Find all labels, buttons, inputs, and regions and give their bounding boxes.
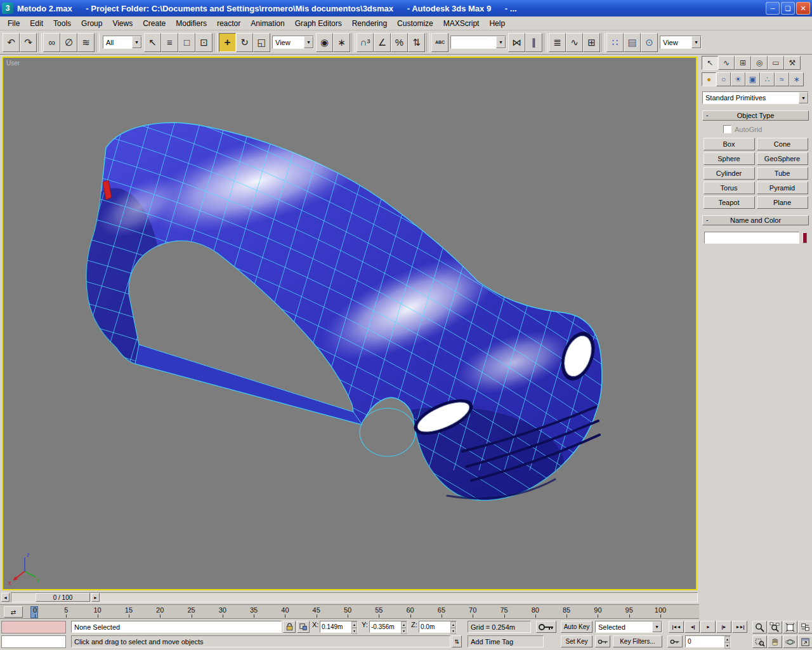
button-cone[interactable]: Cone (757, 138, 808, 150)
bind-to-space-warp-icon[interactable]: ≋ (77, 33, 95, 52)
key-mode-toggle-button[interactable] (667, 635, 683, 647)
selection-status-field[interactable]: None Selected (71, 621, 282, 633)
maxscript-mini-listener[interactable] (1, 635, 66, 648)
button-torus[interactable]: Torus (704, 182, 755, 194)
zoom-extents-all-icon[interactable] (798, 621, 812, 633)
time-slider-right-arrow[interactable]: ► (91, 593, 100, 602)
menu-tools[interactable]: Tools (48, 18, 76, 29)
redo-icon[interactable]: ↷ (20, 33, 37, 52)
category-systems[interactable]: ∗ (789, 72, 804, 86)
align-icon[interactable]: ∥ (525, 33, 542, 52)
chevron-down-icon[interactable]: ▼ (304, 36, 313, 48)
tab-create[interactable]: ↖ (702, 56, 718, 70)
time-slider-handle[interactable]: 0 / 100 (36, 593, 90, 602)
reference-coordinate-dropdown[interactable]: View▼ (272, 36, 314, 49)
category-shapes[interactable]: ○ (716, 72, 731, 86)
prompt-pan-icon[interactable]: ⇅ (452, 635, 462, 647)
select-and-move-icon[interactable]: + (219, 33, 236, 52)
next-frame-button[interactable]: |► (716, 621, 731, 633)
z-coordinate-field[interactable]: ▲▼ (419, 621, 457, 633)
close-button[interactable]: ✕ (796, 2, 810, 15)
autogrid-checkbox[interactable] (723, 125, 731, 133)
viewport-user[interactable]: User (2, 56, 697, 590)
spinner-snap-icon[interactable]: ⇅ (408, 33, 425, 52)
y-coordinate-input[interactable] (370, 621, 401, 632)
menu-create[interactable]: Create (138, 18, 171, 29)
set-key-filters-icon[interactable] (595, 635, 610, 647)
chevron-down-icon[interactable]: ▼ (652, 621, 662, 632)
select-by-name-icon[interactable]: ≡ (161, 33, 178, 52)
schematic-view-icon[interactable]: ⊞ (583, 33, 600, 52)
button-tube[interactable]: Tube (757, 167, 808, 180)
minimize-button[interactable]: ─ (766, 2, 780, 15)
zoom-region-icon[interactable] (752, 635, 767, 648)
button-teapot[interactable]: Teapot (704, 196, 755, 209)
maximize-button[interactable]: ❏ (781, 2, 795, 15)
menu-graph-editors[interactable]: Graph Editors (290, 18, 347, 29)
menu-reactor[interactable]: reactor (212, 18, 246, 29)
zoom-icon[interactable] (752, 621, 767, 633)
snap-toggle-icon[interactable]: ∩³ (357, 33, 374, 52)
tab-utilities[interactable]: ⚒ (784, 56, 801, 70)
quick-render-icon[interactable]: ⊙ (641, 33, 658, 52)
button-sphere[interactable]: Sphere (704, 152, 755, 165)
menu-rendering[interactable]: Rendering (347, 18, 392, 29)
object-color-swatch[interactable] (802, 232, 807, 243)
tab-display[interactable]: ▭ (768, 56, 784, 70)
track-bar[interactable]: ⇄ 05101520253035404550556065707580859095… (0, 604, 699, 619)
category-space-warps[interactable]: ≈ (775, 72, 789, 86)
selection-lock-icon[interactable] (283, 621, 296, 633)
material-editor-icon[interactable]: ∷ (606, 33, 624, 52)
open-mini-curve-editor-icon[interactable]: ⇄ (4, 606, 23, 618)
menu-customize[interactable]: Customize (392, 18, 438, 29)
menu-views[interactable]: Views (107, 18, 138, 29)
edit-named-selection-sets-icon[interactable]: ABC (431, 33, 449, 52)
select-and-rotate-icon[interactable]: ↻ (236, 33, 253, 52)
car-mesh-object[interactable] (3, 58, 696, 588)
object-name-input[interactable] (704, 232, 799, 244)
play-button[interactable]: ► (700, 621, 716, 633)
z-coordinate-input[interactable] (419, 621, 450, 632)
category-lights[interactable]: ☀ (731, 72, 745, 86)
zoom-extents-icon[interactable] (783, 621, 797, 633)
undo-icon[interactable]: ↶ (3, 33, 20, 52)
z-spinner[interactable]: ▲▼ (450, 621, 456, 632)
chevron-down-icon[interactable]: ▼ (691, 36, 701, 48)
menu-edit[interactable]: Edit (25, 18, 48, 29)
auto-key-button[interactable]: Auto Key (561, 621, 593, 633)
percent-snap-icon[interactable]: % (391, 33, 408, 52)
menu-help[interactable]: Help (484, 18, 510, 29)
named-selection-sets-dropdown[interactable]: ▼ (450, 36, 506, 49)
y-spinner[interactable]: ▲▼ (401, 621, 407, 632)
x-coordinate-field[interactable]: ▲▼ (320, 621, 358, 633)
menu-file[interactable]: File (3, 18, 25, 29)
key-filters-button[interactable]: Key Filters... (613, 635, 662, 647)
pan-icon[interactable] (768, 635, 782, 648)
chevron-down-icon[interactable]: ▼ (132, 36, 141, 48)
object-type-rollout-header[interactable]: - Object Type (702, 110, 809, 121)
x-spinner[interactable]: ▲▼ (351, 621, 357, 632)
button-geosphere[interactable]: GeoSphere (757, 152, 808, 165)
select-and-link-icon[interactable]: ∞ (43, 33, 60, 52)
curve-editor-icon[interactable]: ∿ (566, 33, 583, 52)
unlink-selection-icon[interactable]: ∅ (60, 33, 77, 52)
select-object-icon[interactable]: ↖ (144, 33, 161, 52)
min-max-toggle-icon[interactable] (798, 635, 812, 648)
frame-spinner[interactable]: ▲▼ (724, 636, 730, 647)
menu-modifiers[interactable]: Modifiers (171, 18, 212, 29)
chevron-down-icon[interactable]: ▼ (496, 36, 506, 48)
select-and-scale-icon[interactable]: ◱ (253, 33, 270, 52)
use-pivot-point-icon[interactable]: ◉ (316, 33, 333, 52)
menu-maxscript[interactable]: MAXScript (438, 18, 485, 29)
menu-group[interactable]: Group (76, 18, 107, 29)
arc-rotate-icon[interactable] (783, 635, 797, 648)
maxscript-mini-listener-macro[interactable] (1, 621, 66, 633)
absolute-offset-mode-icon[interactable] (297, 621, 310, 633)
add-time-tag-field[interactable]: Add Time Tag (468, 635, 544, 647)
menu-animation[interactable]: Animation (246, 18, 289, 29)
app-icon[interactable]: 3 (2, 3, 13, 14)
current-frame-field[interactable]: ▲▼ (685, 635, 731, 647)
tab-hierarchy[interactable]: ⊞ (735, 56, 751, 70)
key-mode-dropdown[interactable]: Selected ▼ (595, 621, 662, 633)
button-pyramid[interactable]: Pyramid (757, 182, 808, 194)
